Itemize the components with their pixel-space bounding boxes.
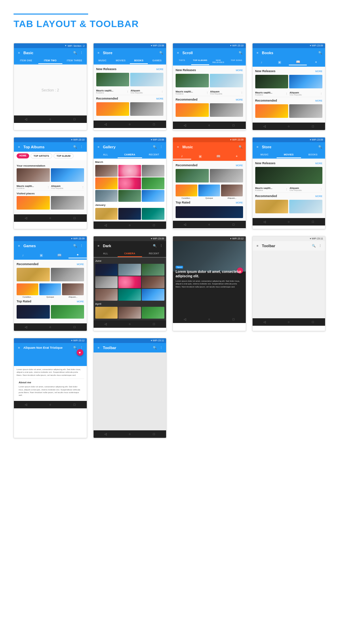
track-more-2[interactable]: ⋮ [161,90,163,93]
hamburger-icon-6[interactable]: ≡ [96,145,101,149]
hamburger-icon-2[interactable]: ≡ [96,50,101,55]
back-btn-2[interactable]: ◁ [94,123,118,126]
recents-btn[interactable]: □ [62,117,87,121]
search-icon-2[interactable]: 🔍 [159,50,163,55]
games-rec-more[interactable]: MORE [77,263,84,265]
music-rec-more[interactable]: MORE [236,164,243,167]
scroll-track-more[interactable]: ⋮ [206,91,208,94]
hamburger-icon-12[interactable]: ≡ [255,243,260,248]
topalbums-track-more[interactable]: ⋮ [47,186,49,189]
back-btn-10[interactable]: ◁ [94,322,118,326]
tab-camera-10[interactable]: CAMERA [118,251,142,257]
scroll-track-more-2[interactable]: ⋮ [241,91,243,94]
home-btn-4[interactable]: ○ [277,125,301,128]
more-icon-10[interactable]: ⋮ [159,243,163,248]
tab-movies-8[interactable]: MOVIES [277,152,301,158]
search-icon-4[interactable]: 🔍 [318,50,322,55]
icon-tab-music-9[interactable]: ♪ [14,252,32,258]
back-btn-12[interactable]: ◁ [253,320,277,324]
search-icon-14[interactable]: 🔍 [152,345,157,350]
books-nr-more[interactable]: MORE [315,70,322,72]
more-icon-5[interactable]: ⋮ [79,145,84,149]
music-toprated-more[interactable]: MORE [236,201,243,204]
tab-all-10[interactable]: ALL [94,251,118,257]
back-btn-11[interactable]: ◁ [173,318,197,321]
recents-btn-4[interactable]: □ [301,125,325,128]
recents-btn-10[interactable]: □ [142,322,166,326]
tab-item-three[interactable]: ITEM THREE [62,58,87,64]
search-icon[interactable]: 🔍 [73,50,78,55]
home-btn-8[interactable]: ○ [277,220,301,223]
recents-btn-13[interactable]: □ [62,403,87,406]
icon-tab-video[interactable]: ▣ [271,59,289,65]
back-btn-13[interactable]: ◁ [14,403,38,406]
home-btn-5[interactable]: ○ [38,216,63,220]
icon-tab-video-7[interactable]: ▣ [191,153,210,159]
pill-home[interactable]: HOME [17,153,29,158]
tab-all[interactable]: ALL [94,152,118,158]
recents-btn-11[interactable]: □ [221,318,246,321]
new-releases-more[interactable]: MORE [156,68,163,70]
more-icon-12[interactable]: ⋮ [318,243,322,248]
search-icon-6[interactable]: 🔍 [152,145,157,149]
tab-artists[interactable]: TISTS [173,58,191,65]
track-more-1[interactable]: ⋮ [126,90,129,93]
store2-nr-more[interactable]: MORE [315,162,322,165]
more-icon-9[interactable]: ⋮ [79,243,84,248]
home-btn-11[interactable]: ○ [197,318,222,321]
games-toprated-more[interactable]: MORE [77,300,84,303]
search-icon-8[interactable]: 🔍 [318,145,322,149]
home-btn-13[interactable]: ○ [38,403,63,406]
tab-recent[interactable]: RECENT [142,152,166,158]
icon-tab-star-9[interactable]: ✦ [68,252,87,258]
search-icon-12[interactable]: 🔍 [311,243,316,248]
back-btn-14[interactable]: ◁ [94,432,118,436]
tab-books[interactable]: BOOKS [130,58,148,64]
back-btn-4[interactable]: ◁ [253,125,277,128]
tab-item-two[interactable]: ITEM TWO [38,58,63,64]
search-icon-5[interactable]: 🔍 [73,145,78,149]
hamburger-icon-5[interactable]: ≡ [17,145,21,149]
back-btn-5[interactable]: ◁ [14,216,38,220]
back-btn-7[interactable]: ◁ [173,223,197,226]
tab-recent-10[interactable]: RECENT [142,251,166,257]
home-btn-6[interactable]: ○ [118,223,142,227]
tab-music[interactable]: MUSIC [94,58,112,64]
tab-camera[interactable]: CAMERA [118,152,142,158]
home-btn-10[interactable]: ○ [118,322,142,326]
tab-games[interactable]: GAMES [148,58,166,64]
topalbums-track-more-2[interactable]: ⋮ [82,186,84,189]
more-icon-14[interactable]: ⋮ [159,345,163,350]
pill-top-artists[interactable]: TOP ARTISTS [31,153,52,158]
scroll-rec-more[interactable]: MORE [236,99,243,101]
search-icon-9[interactable]: 🔍 [73,243,78,248]
hamburger-icon[interactable]: ≡ [17,50,21,55]
hamburger-icon-14[interactable]: ≡ [96,345,101,350]
tab-books-8[interactable]: BOOKS [301,152,325,158]
recents-btn-14[interactable]: □ [142,432,166,436]
search-icon-10[interactable]: 🔍 [152,243,157,248]
recents-btn-2[interactable]: □ [142,123,166,126]
recents-btn-6[interactable]: □ [142,223,166,227]
icon-tab-book-7[interactable]: 📖 [209,153,227,159]
pill-top-album[interactable]: TOP ALBUM [54,153,74,158]
back-btn-9[interactable]: ◁ [14,325,38,329]
hamburger-icon-8[interactable]: ≡ [255,145,260,149]
home-btn[interactable]: ○ [38,117,63,121]
icon-tab-music-7[interactable]: ♪ [173,153,191,159]
recents-btn-9[interactable]: □ [62,325,87,329]
home-btn-14[interactable]: ○ [118,432,142,436]
back-btn[interactable]: ◁ [14,117,38,121]
hamburger-icon-13[interactable]: ≡ [17,345,21,350]
search-icon-13[interactable]: 🔍 [73,345,78,350]
store2-track-more[interactable]: ⋮ [285,188,288,191]
search-icon-7[interactable]: 🔍 [238,145,243,149]
recents-btn-3[interactable]: □ [221,124,246,127]
home-btn-3[interactable]: ○ [197,124,222,127]
books-track-more[interactable]: ⋮ [285,92,288,95]
store2-track-more-2[interactable]: ⋮ [320,188,322,191]
more-icon-6[interactable]: ⋮ [159,145,163,149]
home-btn-9[interactable]: ○ [38,325,63,329]
icon-tab-music[interactable]: ♪ [253,59,271,65]
hamburger-icon-10[interactable]: ≡ [96,243,101,248]
